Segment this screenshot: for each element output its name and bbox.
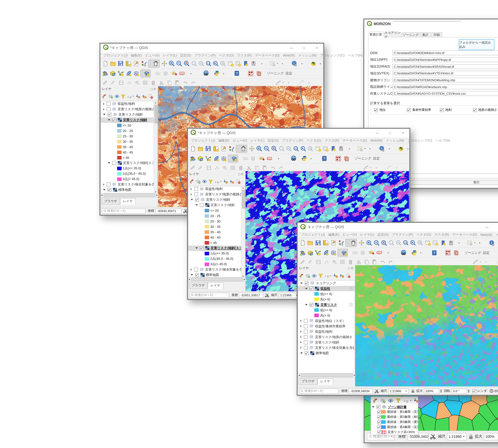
svg-text:abc: abc xyxy=(180,72,183,75)
svg-text:i: i xyxy=(491,241,492,244)
svg-text:i: i xyxy=(381,146,382,150)
svg-text:abc: abc xyxy=(353,252,357,254)
svg-text:a: a xyxy=(144,64,146,66)
svg-text:»: » xyxy=(396,166,397,169)
svg-text:»: » xyxy=(388,252,389,254)
svg-text:»: » xyxy=(479,242,480,244)
svg-text:»: » xyxy=(407,147,408,150)
svg-text:ε: ε xyxy=(325,274,326,278)
svg-text:abc: abc xyxy=(378,252,381,254)
svg-text:abc: abc xyxy=(156,72,159,75)
svg-text:»: » xyxy=(369,147,370,150)
svg-text:»: » xyxy=(278,157,279,160)
svg-text:ab: ab xyxy=(370,251,372,254)
svg-text:a: a xyxy=(232,149,233,152)
svg-text:ab: ab xyxy=(260,157,262,160)
svg-text:»: » xyxy=(389,147,390,150)
svg-text:»: » xyxy=(349,147,350,150)
svg-text:1:1: 1:1 xyxy=(207,62,210,64)
svg-text:?: ? xyxy=(433,251,435,255)
svg-text:»: » xyxy=(282,62,283,65)
svg-text:»: » xyxy=(320,62,321,65)
svg-text:1:1: 1:1 xyxy=(294,147,298,149)
svg-text:abc: abc xyxy=(268,157,271,160)
svg-text:?: ? xyxy=(236,72,238,75)
svg-text:»: » xyxy=(190,72,192,75)
svg-text:»: » xyxy=(288,81,289,84)
svg-text:»: » xyxy=(458,242,460,244)
svg-text:»: » xyxy=(223,72,224,75)
svg-text:?: ? xyxy=(323,157,326,160)
svg-text:»: » xyxy=(420,252,421,254)
svg-text:ε: ε xyxy=(404,399,405,403)
svg-text:»: » xyxy=(261,62,262,65)
svg-text:»: » xyxy=(485,261,487,263)
svg-text:1:1: 1:1 xyxy=(404,241,407,244)
svg-text:»: » xyxy=(308,81,310,84)
svg-text:»: » xyxy=(310,157,312,160)
svg-text:ε: ε xyxy=(215,180,216,183)
svg-text:ε: ε xyxy=(128,95,129,98)
svg-text:»: » xyxy=(301,62,302,65)
svg-text:ab: ab xyxy=(172,72,175,74)
svg-text:abc: abc xyxy=(244,157,247,160)
svg-text:»: » xyxy=(376,166,377,169)
svg-text:i: i xyxy=(294,62,295,65)
svg-text:a: a xyxy=(342,243,343,246)
